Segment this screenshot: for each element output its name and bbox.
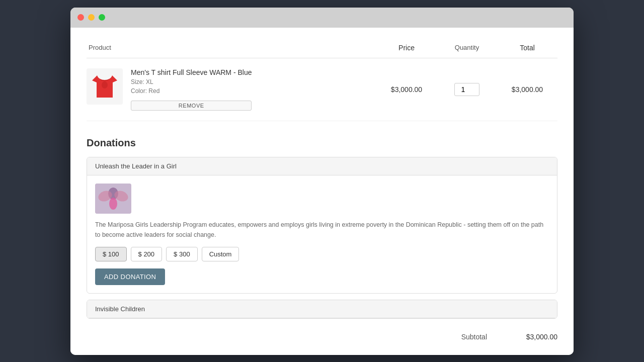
add-donation-button-0[interactable]: ADD DONATION (95, 268, 165, 285)
header-quantity: Quantity (437, 44, 497, 52)
donation-card-1: Invisible Children (87, 300, 557, 319)
svg-point-0 (102, 81, 108, 88)
donation-image-icon (95, 184, 131, 214)
subtotal-label: Subtotal (461, 333, 487, 341)
item-image (87, 68, 123, 105)
header-product: Product (87, 44, 376, 52)
quantity-input[interactable] (454, 83, 479, 96)
maximize-button[interactable] (99, 14, 105, 21)
donations-section: Donations Unleash the Leader in a Girl (87, 137, 557, 319)
donation-description-0: The Mariposa Girls Leadership Program ed… (95, 220, 549, 240)
tshirt-icon (90, 71, 120, 102)
amount-btn-100[interactable]: $ 100 (95, 247, 127, 261)
titlebar (70, 8, 574, 28)
subtotal-row: Subtotal $3,000.00 (87, 325, 557, 343)
donation-card-header-0: Unleash the Leader in a Girl (87, 157, 557, 175)
amount-btn-300[interactable]: $ 300 (166, 247, 198, 261)
donation-card-0: Unleash the Leader in a Girl The (87, 157, 557, 294)
donation-card-body-0: The Mariposa Girls Leadership Program ed… (87, 175, 557, 293)
item-info: Men's T shirt Full Sleeve WARM - Blue Si… (131, 68, 252, 111)
header-total: Total (497, 44, 557, 52)
item-total: $3,000.00 (497, 85, 557, 94)
item-color: Color: Red (131, 87, 252, 95)
donations-title: Donations (87, 137, 557, 149)
donation-card-header-1: Invisible Children (87, 300, 557, 318)
item-details: Men's T shirt Full Sleeve WARM - Blue Si… (87, 68, 376, 111)
item-quantity (437, 83, 497, 96)
subtotal-value: $3,000.00 (517, 333, 557, 341)
browser-window: Product Price Quantity Total Men's T (70, 8, 574, 355)
main-content: Product Price Quantity Total Men's T (70, 28, 574, 355)
amount-btn-200[interactable]: $ 200 (131, 247, 163, 261)
cart-item: Men's T shirt Full Sleeve WARM - Blue Si… (87, 58, 557, 121)
cart-table-header: Product Price Quantity Total (87, 40, 557, 58)
amount-btn-custom[interactable]: Custom (202, 247, 239, 261)
header-price: Price (376, 44, 437, 52)
remove-button[interactable]: REMOVE (131, 101, 252, 111)
item-price: $3,000.00 (376, 85, 437, 94)
donation-image-0 (95, 184, 131, 214)
donation-amounts-0: $ 100 $ 200 $ 300 Custom (95, 247, 549, 261)
item-name: Men's T shirt Full Sleeve WARM - Blue (131, 68, 252, 76)
svg-point-5 (109, 198, 117, 210)
minimize-button[interactable] (88, 14, 95, 21)
item-size: Size: XL (131, 78, 252, 85)
close-button[interactable] (77, 14, 84, 21)
